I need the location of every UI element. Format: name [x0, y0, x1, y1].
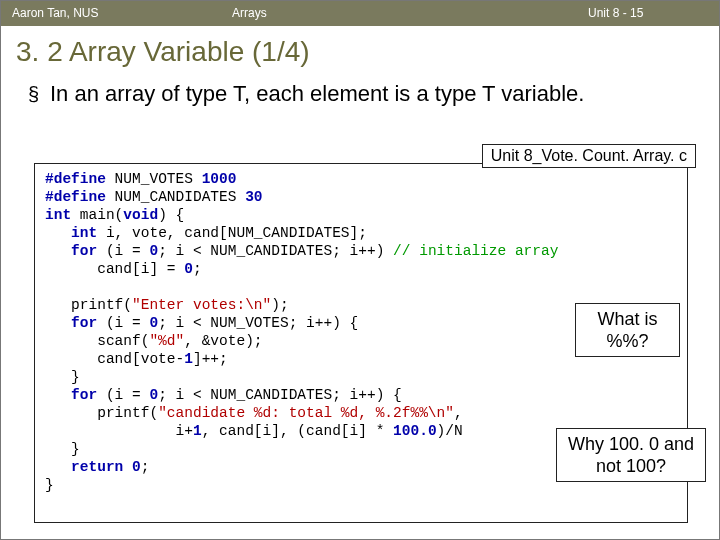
- header-page: Unit 8 - 15: [588, 6, 708, 20]
- filename-label: Unit 8_Vote. Count. Array. c: [482, 144, 696, 168]
- callout-percent: What is%%?: [575, 303, 680, 357]
- bullet-row: § In an array of type T, each element is…: [0, 74, 720, 112]
- bullet-marker: §: [28, 80, 50, 108]
- bullet-text: In an array of type T, each element is a…: [50, 80, 700, 108]
- callout-hundred: Why 100. 0 andnot 100?: [556, 428, 706, 482]
- slide-title: 3. 2 Array Variable (1/4): [0, 26, 720, 74]
- header-bar: Aaron Tan, NUS Arrays Unit 8 - 15: [0, 0, 720, 26]
- header-title: Arrays: [232, 6, 588, 20]
- header-author: Aaron Tan, NUS: [12, 6, 232, 20]
